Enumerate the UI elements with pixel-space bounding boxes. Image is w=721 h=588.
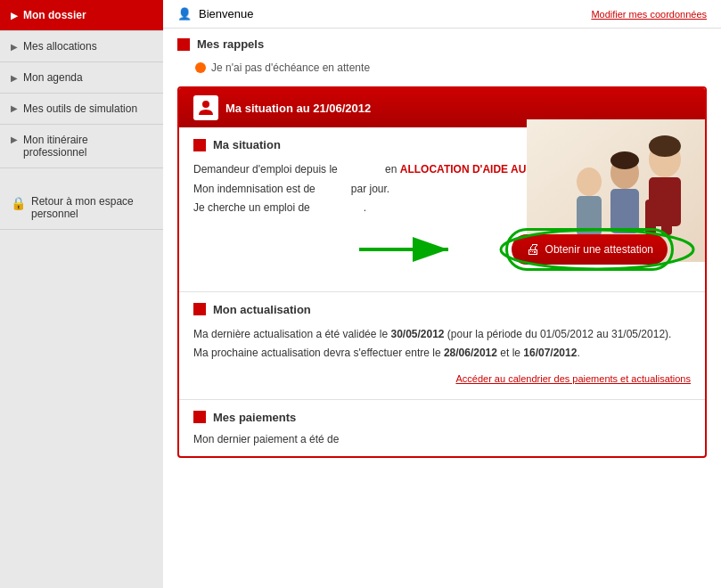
printer-icon: 🖨 bbox=[526, 241, 540, 257]
actu-text-1: Ma dernière actualisation a été validée … bbox=[193, 328, 390, 340]
arrow-icon: ▶ bbox=[11, 11, 18, 20]
red-square-icon bbox=[193, 411, 206, 423]
lock-icon: 🔒 bbox=[11, 196, 26, 210]
red-square-icon bbox=[177, 38, 190, 51]
line2-prefix: Mon indemnisation est de bbox=[193, 183, 315, 195]
actu-text-2b: et le bbox=[497, 347, 523, 359]
arrow-icon: ▶ bbox=[11, 135, 18, 144]
paiements-section: Mes paiements Mon dernier paiement a été… bbox=[179, 400, 705, 456]
sidebar-item-mon-dossier[interactable]: ▶ Mon dossier bbox=[0, 0, 163, 31]
paiements-line1: Mon dernier paiement a été de bbox=[193, 433, 339, 445]
svg-rect-7 bbox=[610, 189, 639, 233]
line3-value bbox=[313, 201, 360, 214]
green-arrow-container bbox=[355, 227, 462, 272]
paiements-title-row: Mes paiements bbox=[193, 411, 691, 424]
actu-text-2c: . bbox=[577, 347, 579, 359]
line1-prefix: Demandeur d'emploi depuis le bbox=[193, 163, 338, 176]
sidebar-item-label: Mon agenda bbox=[23, 71, 83, 84]
actu-text-1b: (pour la période du 01/05/2012 au 31/05/… bbox=[445, 328, 672, 340]
sidebar-item-mon-agenda[interactable]: ▶ Mon agenda bbox=[0, 62, 163, 94]
actualisation-line1: Ma dernière actualisation a été validée … bbox=[193, 325, 691, 345]
svg-point-9 bbox=[577, 167, 602, 196]
sidebar-item-mes-outils[interactable]: ▶ Mes outils de simulation bbox=[0, 94, 163, 125]
actualisation-section: Mon actualisation Ma dernière actualisat… bbox=[179, 292, 705, 400]
paiements-body: Mon dernier paiement a été de bbox=[193, 433, 691, 445]
line2-suffix: par jour. bbox=[351, 183, 389, 195]
welcome-text: Bienvenue bbox=[199, 7, 253, 20]
situation-section-label: Ma situation bbox=[213, 138, 281, 151]
sidebar-item-label: Mon itinéraire professionnel bbox=[23, 134, 152, 159]
actualisation-title-row: Mon actualisation bbox=[193, 303, 691, 316]
line1-date bbox=[340, 163, 382, 176]
sidebar-item-retour-espace[interactable]: 🔒 Retour à mon espace personnel bbox=[0, 186, 163, 230]
orange-circle-icon bbox=[195, 62, 206, 73]
actu-date3: 16/07/2012 bbox=[523, 347, 577, 359]
rappels-title: Mes rappels bbox=[197, 37, 264, 51]
calendar-link[interactable]: Accéder au calendrier des paiements et a… bbox=[193, 371, 691, 388]
attestation-button[interactable]: 🖨 Obtenir une attestation bbox=[512, 234, 668, 265]
main-content: 👤 Bienvenue Modifier mes coordonnées Mes… bbox=[163, 0, 721, 588]
rappel-item: Je n'ai pas d'échéance en attente bbox=[177, 58, 707, 78]
page-content: Mes rappels Je n'ai pas d'échéance en at… bbox=[163, 29, 721, 467]
attestation-button-wrapper: 🖨 Obtenir une attestation bbox=[506, 229, 673, 270]
rappel-text: Je n'ai pas d'échéance en attente bbox=[211, 61, 370, 74]
sidebar-item-mes-allocations[interactable]: ▶ Mes allocations bbox=[0, 31, 163, 62]
svg-point-5 bbox=[649, 135, 681, 157]
sidebar-item-label: Retour à mon espace personnel bbox=[31, 195, 152, 220]
sidebar-item-label: Mes allocations bbox=[23, 40, 97, 53]
attestation-btn-label: Obtenir une attestation bbox=[545, 243, 653, 256]
actu-date2: 28/06/2012 bbox=[444, 347, 497, 359]
actualisation-body: Ma dernière actualisation a été validée … bbox=[193, 325, 691, 388]
arrow-icon: ▶ bbox=[11, 103, 18, 113]
line3-prefix: Je cherche un emploi de bbox=[193, 201, 310, 214]
sidebar: ▶ Mon dossier ▶ Mes allocations ▶ Mon ag… bbox=[0, 0, 163, 588]
actu-date1: 30/05/2012 bbox=[390, 328, 444, 340]
actu-text-2: Ma prochaine actualisation devra s'effec… bbox=[193, 347, 444, 359]
rappels-section: Mes rappels Je n'ai pas d'échéance en at… bbox=[177, 37, 707, 78]
sidebar-item-mon-itineraire[interactable]: ▶ Mon itinéraire professionnel bbox=[0, 125, 163, 168]
paiements-value bbox=[342, 433, 369, 445]
red-square-icon bbox=[193, 139, 206, 151]
sidebar-item-label: Mon dossier bbox=[23, 9, 86, 21]
line3-suffix: . bbox=[364, 201, 366, 214]
actualisation-line2: Ma prochaine actualisation devra s'effec… bbox=[193, 344, 691, 363]
actualisation-title: Mon actualisation bbox=[213, 303, 311, 316]
sidebar-item-label: Mes outils de simulation bbox=[23, 102, 137, 115]
welcome-area: 👤 Bienvenue bbox=[177, 7, 253, 20]
paiements-title: Mes paiements bbox=[213, 411, 296, 424]
modify-coords-link[interactable]: Modifier mes coordonnées bbox=[591, 9, 707, 20]
svg-point-11 bbox=[202, 101, 209, 108]
topbar: 👤 Bienvenue Modifier mes coordonnées bbox=[163, 0, 721, 29]
line2-value bbox=[318, 183, 348, 195]
red-square-icon bbox=[193, 303, 206, 315]
card-header-title: Ma situation au 21/06/2012 bbox=[225, 102, 371, 115]
situation-card: Ma situation au 21/06/2012 Ma situation … bbox=[177, 86, 707, 458]
svg-point-8 bbox=[610, 151, 639, 169]
arrow-icon: ▶ bbox=[11, 42, 18, 52]
user-icon: 👤 bbox=[177, 7, 192, 20]
arrow-icon: ▶ bbox=[11, 73, 18, 83]
green-arrow-svg bbox=[355, 227, 462, 272]
rappels-header: Mes rappels bbox=[177, 37, 707, 51]
card-header-icon bbox=[193, 95, 218, 120]
line1-suffix: en bbox=[385, 163, 397, 176]
